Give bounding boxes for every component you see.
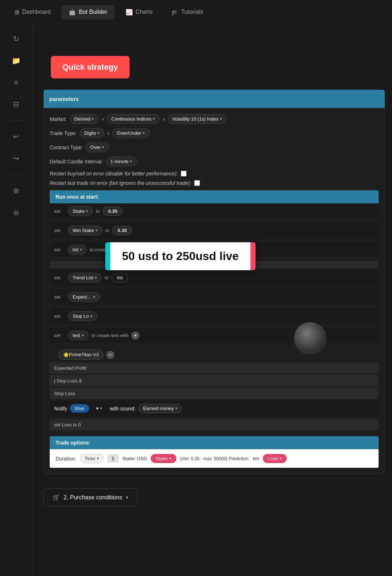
overlay-banner: 50 usd to 250usd live	[105, 242, 256, 270]
digits-dropdown[interactable]: Digits	[79, 128, 105, 138]
set-label-1: set	[54, 208, 65, 214]
arrow-icon-3: ›	[107, 130, 109, 137]
to-label-2: to	[105, 228, 109, 233]
parameters-header: parameters	[44, 90, 385, 108]
nav-tutorials[interactable]: 🎓 Tutorials	[164, 5, 211, 19]
candle-interval-row: Default Candle Interval: 1 minute	[50, 157, 379, 166]
trade-options-row: Duration: Ticks 1 Stake: USD Stake (min:…	[50, 449, 379, 468]
derived-dropdown[interactable]: Derived	[70, 114, 99, 124]
list-pill: list	[111, 273, 128, 282]
over-dropdown[interactable]: Over	[86, 142, 109, 152]
parameters-content: Market: Derived › Continuous Indices › V…	[44, 108, 385, 474]
sidebar-zoom-in-icon[interactable]: ⊕	[9, 183, 24, 198]
avatar	[294, 322, 327, 355]
run-once-header: Run once at start:	[50, 190, 379, 203]
trade-type-label: Trade Type:	[50, 130, 77, 136]
trade-type-row: Trade Type: Digits › Over/Under	[50, 128, 379, 138]
set-stop-lo-row: set Stop Lo	[50, 308, 379, 324]
remove-primetitan-button[interactable]: −	[106, 351, 114, 359]
volatility-dropdown[interactable]: Volatility 10 (1s) Index	[168, 114, 227, 124]
top-navigation: ⊞ Dashboard 🤖 Bot Builder 📈 Charts 🎓 Tut…	[0, 0, 392, 24]
set-label-6: set	[54, 313, 65, 319]
sidebar-menu-icon[interactable]: ≡	[9, 75, 24, 90]
restart-last-checkbox[interactable]	[194, 180, 200, 186]
contract-type-row: Contract Type: Over	[50, 142, 379, 152]
arrow-icon-1: ›	[102, 116, 103, 122]
to-label-5: to create text with	[91, 333, 128, 338]
set-stake-row: set Stake to 0.35	[50, 203, 379, 219]
expected-profit-box: Expected Profit:	[50, 362, 379, 374]
sidebar-refresh-icon[interactable]: ↻	[9, 32, 24, 46]
sidebar-divider-2	[9, 174, 24, 175]
stake-value: 0.35	[103, 207, 123, 216]
banner-text: 50 usd to 250usd live	[110, 242, 250, 270]
candle-label: Default Candle Interval:	[50, 159, 103, 165]
sidebar-redo-icon[interactable]: ↪	[9, 151, 24, 166]
set-win-stake-row: set Win Stake to 0.35	[50, 223, 379, 238]
main-content: Quick strategy parameters Market: Derive…	[33, 24, 392, 576]
set-label-3: set	[54, 247, 65, 252]
dashboard-icon: ⊞	[15, 9, 19, 16]
nav-dashboard[interactable]: ⊞ Dashboard	[7, 5, 58, 19]
purchase-conditions-icon: 🛒	[53, 494, 60, 501]
restart-buy-row: Restart buy/sell on error (disable for b…	[50, 171, 379, 177]
candle-value-dropdown[interactable]: 1 minute	[106, 157, 137, 166]
sidebar-divider-1	[9, 120, 24, 121]
with-sound-label: with sound:	[110, 406, 135, 411]
text-var-dropdown[interactable]: text	[68, 330, 89, 340]
nav-bot-builder-label: Bot Builder	[79, 9, 107, 15]
stake-var-dropdown[interactable]: Stake	[68, 206, 93, 216]
quick-strategy-button[interactable]: Quick strategy	[51, 56, 130, 78]
to-label-4: to	[105, 275, 109, 280]
loss-dropdown[interactable]: Loss	[263, 454, 286, 463]
stop-loss-box: Stop Loss	[50, 388, 379, 399]
stake-label: Stake: USD	[122, 456, 147, 461]
blue-color-pill: blue	[70, 404, 89, 413]
duration-label: Duration:	[56, 456, 76, 462]
stake-pink-dropdown[interactable]: Stake	[151, 454, 176, 463]
sidebar: ↻ 📁 ≡ ⊟ ↩ ↪ ⊕ ⊖	[0, 24, 33, 576]
expect-var-dropdown[interactable]: Expect…	[68, 292, 100, 302]
restart-buy-checkbox[interactable]	[181, 171, 187, 177]
stop-loss-dollar-box: | Stop Loss $	[50, 375, 379, 386]
nav-charts-label: Charts	[136, 9, 153, 15]
sidebar-blocks-icon[interactable]: ⊟	[9, 97, 24, 111]
purchase-conditions-label: 2. Purchase conditions	[64, 494, 122, 501]
over-under-dropdown[interactable]: Over/Under	[112, 128, 150, 138]
restart-last-row: Restart last trade on error (bot ignores…	[50, 180, 379, 186]
list-var-dropdown[interactable]: list	[68, 245, 87, 255]
set-expect-row: set Expect…	[50, 289, 379, 305]
set-loss-box: set Loss to 0	[50, 419, 379, 430]
sidebar-undo-icon[interactable]: ↩	[9, 129, 24, 144]
notify-row: Notify blue ▾ with sound: Earned money	[50, 401, 379, 416]
win-stake-var-dropdown[interactable]: Win Stake	[68, 226, 102, 235]
continuous-indices-dropdown[interactable]: Continuous Indices	[107, 114, 160, 124]
restart-buy-label: Restart buy/sell on error (disable for b…	[50, 171, 178, 177]
nav-bot-builder[interactable]: 🤖 Bot Builder	[61, 5, 114, 19]
restart-last-label: Restart last trade on error (bot ignores…	[50, 180, 191, 186]
add-text-button[interactable]: +	[131, 332, 139, 340]
nav-tutorials-label: Tutorials	[181, 9, 203, 15]
tutorials-icon: 🎓	[171, 9, 178, 16]
primetitan-row: 🌟PrimeTitan V3 −	[50, 347, 379, 362]
nav-dashboard-label: Dashboard	[22, 9, 50, 15]
market-label: Market:	[50, 116, 67, 122]
nav-charts[interactable]: 📈 Charts	[118, 5, 160, 19]
notify-label: Notify	[54, 406, 67, 411]
sidebar-zoom-out-icon[interactable]: ⊖	[9, 205, 24, 220]
stop-lo-var-dropdown[interactable]: Stop Lo	[68, 311, 97, 321]
set-label-4: set	[54, 275, 65, 280]
color-dropdown[interactable]: ▾	[92, 404, 107, 413]
purchase-conditions-button[interactable]: 🛒 2. Purchase conditions	[44, 488, 138, 506]
charts-icon: 📈	[126, 9, 133, 16]
sound-dropdown[interactable]: Earned money	[138, 403, 182, 413]
prediction-value: tes	[253, 456, 259, 461]
trend-list-dropdown[interactable]: Trend List	[68, 273, 102, 283]
bot-builder-icon: 🤖	[69, 9, 76, 16]
ticks-dropdown[interactable]: Ticks	[80, 454, 104, 463]
contract-type-label: Contract Type:	[50, 145, 83, 150]
stake-range-label: (min: 0.35 - max: 50000) Prediction:	[180, 456, 249, 461]
sidebar-folder-icon[interactable]: 📁	[9, 53, 24, 68]
primetitan-pill: 🌟PrimeTitan V3	[58, 350, 103, 360]
arrow-icon-2: ›	[163, 116, 164, 122]
